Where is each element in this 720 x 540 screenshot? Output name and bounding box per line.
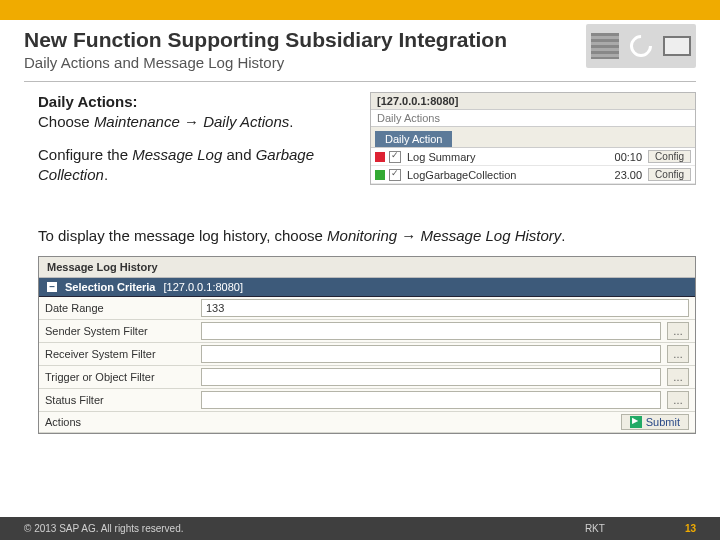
input-receiver[interactable] <box>201 345 661 363</box>
mid-monitoring: Monitoring <box>327 227 397 244</box>
panel-ip: [127.0.0.1:8080] <box>371 93 695 110</box>
submit-button[interactable]: Submit <box>621 414 689 430</box>
status-square-green-icon <box>375 170 385 180</box>
mlh-bar-ip: [127.0.0.1:8080] <box>163 281 243 293</box>
mlh-title: Message Log History <box>39 257 695 278</box>
cfg-post: . <box>104 166 108 183</box>
checkbox[interactable] <box>389 151 401 163</box>
laptop-icon <box>663 36 691 56</box>
row-name: LogGarbageCollection <box>407 169 600 181</box>
row-name: Log Summary <box>407 151 600 163</box>
mid-post: . <box>561 227 565 244</box>
footer-rkt: RKT <box>585 523 605 534</box>
configure-paragraph: Configure the Message Log and Garbage Co… <box>38 145 358 186</box>
row-time: 00:10 <box>600 151 648 163</box>
submit-label: Submit <box>646 416 680 428</box>
arrow-icon: → <box>397 227 420 244</box>
label-actions: Actions <box>45 416 195 428</box>
browse-button[interactable]: … <box>667 368 689 386</box>
arrow-icon: → <box>180 113 203 130</box>
sync-arrows-icon <box>625 30 656 61</box>
table-row: Log Summary 00:10 Config <box>371 148 695 166</box>
row-sender-filter: Sender System Filter … <box>39 320 695 343</box>
building-icon <box>591 33 619 59</box>
label-sender: Sender System Filter <box>45 325 195 337</box>
browse-button[interactable]: … <box>667 322 689 340</box>
status-square-red-icon <box>375 152 385 162</box>
nav-maintenance: Maintenance <box>94 113 180 130</box>
panel-tabrow: Daily Action <box>371 127 695 148</box>
slide: New Function Supporting Subsidiary Integ… <box>0 0 720 540</box>
mlh-selection-bar: – Selection Criteria [127.0.0.1:8080] <box>39 278 695 297</box>
input-trigger[interactable] <box>201 368 661 386</box>
daily-actions-panel: [127.0.0.1:8080] Daily Actions Daily Act… <box>370 92 696 185</box>
label-date-range: Date Range <box>45 302 195 314</box>
row-date-range: Date Range <box>39 297 695 320</box>
left-column: Daily Actions: Choose Maintenance → Dail… <box>38 92 358 197</box>
copyright: © 2013 SAP AG. All rights reserved. <box>24 523 585 534</box>
tab-daily-action[interactable]: Daily Action <box>375 131 452 147</box>
mid-paragraph: To display the message log history, choo… <box>38 227 696 244</box>
panel-breadcrumb: Daily Actions <box>371 110 695 127</box>
mid-pre: To display the message log history, choo… <box>38 227 327 244</box>
row-status-filter: Status Filter … <box>39 389 695 412</box>
config-button[interactable]: Config <box>648 168 691 181</box>
submit-icon <box>630 416 642 428</box>
table-row: LogGarbageCollection 23.00 Config <box>371 166 695 184</box>
browse-button[interactable]: … <box>667 345 689 363</box>
cfg-pre: Configure the <box>38 146 132 163</box>
browse-button[interactable]: … <box>667 391 689 409</box>
input-sender[interactable] <box>201 322 661 340</box>
heading-text: Daily Actions: <box>38 93 137 110</box>
label-receiver: Receiver System Filter <box>45 348 195 360</box>
label-status: Status Filter <box>45 394 195 406</box>
nav-post: . <box>289 113 293 130</box>
nav-pre: Choose <box>38 113 94 130</box>
mid-mlh: Message Log History <box>420 227 561 244</box>
config-button[interactable]: Config <box>648 150 691 163</box>
footer: © 2013 SAP AG. All rights reserved. RKT … <box>0 517 720 540</box>
input-status[interactable] <box>201 391 661 409</box>
row-time: 23.00 <box>600 169 648 181</box>
label-trigger: Trigger or Object Filter <box>45 371 195 383</box>
row-actions: Actions Submit <box>39 412 695 433</box>
row-trigger-filter: Trigger or Object Filter … <box>39 366 695 389</box>
message-log-history-panel: Message Log History – Selection Criteria… <box>38 256 696 434</box>
daily-actions-heading: Daily Actions: Choose Maintenance → Dail… <box>38 92 358 133</box>
collapse-icon[interactable]: – <box>47 282 57 292</box>
input-date-range[interactable] <box>201 299 689 317</box>
cfg-mid: and <box>222 146 255 163</box>
checkbox[interactable] <box>389 169 401 181</box>
content: Daily Actions: Choose Maintenance → Dail… <box>0 82 720 434</box>
page-number: 13 <box>685 523 696 534</box>
accent-bar <box>0 0 720 20</box>
nav-daily-actions: Daily Actions <box>203 113 289 130</box>
right-column: [127.0.0.1:8080] Daily Actions Daily Act… <box>370 92 696 197</box>
cfg-message-log: Message Log <box>132 146 222 163</box>
integration-graphic <box>586 24 696 68</box>
header: New Function Supporting Subsidiary Integ… <box>0 20 720 75</box>
row-receiver-filter: Receiver System Filter … <box>39 343 695 366</box>
mlh-bar-label: Selection Criteria <box>65 281 155 293</box>
